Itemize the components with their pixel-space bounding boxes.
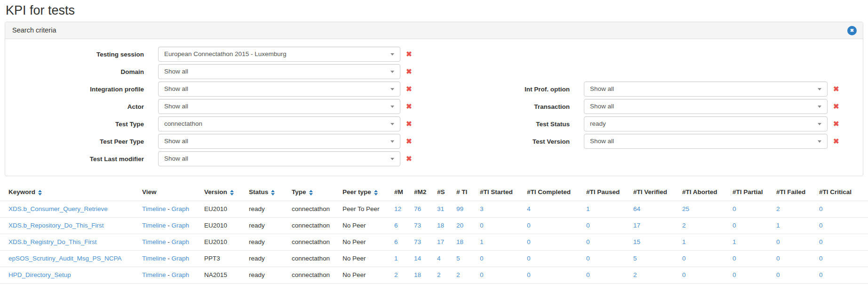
count-link[interactable]: 0 bbox=[733, 255, 736, 262]
domain-dropdown[interactable]: Show all bbox=[158, 64, 400, 79]
sort-icon[interactable] bbox=[309, 190, 313, 195]
count-link[interactable]: 2 bbox=[633, 271, 637, 278]
count-link[interactable]: 6 bbox=[394, 222, 398, 229]
test-last-modifier-dropdown[interactable]: Show all bbox=[158, 151, 400, 166]
count-link[interactable]: 0 bbox=[733, 271, 736, 278]
count-link[interactable]: 18 bbox=[437, 222, 444, 229]
column-header-type[interactable]: Type bbox=[292, 184, 342, 201]
count-link[interactable]: 0 bbox=[819, 255, 823, 262]
count-link[interactable]: 0 bbox=[776, 238, 780, 245]
test-keyword-link[interactable]: epSOS_Scrutiny_Audit_Msg_PS_NCPA bbox=[8, 255, 122, 262]
count-link[interactable]: 0 bbox=[586, 255, 590, 262]
test-keyword-link[interactable]: XDS.b_Registry_Do_This_First bbox=[8, 238, 97, 245]
test-keyword-link[interactable]: HPD_Directory_Setup bbox=[8, 271, 71, 278]
count-link[interactable]: 2 bbox=[682, 222, 686, 229]
test-keyword-link[interactable]: XDS.b_Consumer_Query_Retrieve bbox=[8, 205, 108, 212]
timeline-link[interactable]: Timeline bbox=[142, 238, 166, 245]
count-link[interactable]: 12 bbox=[394, 205, 401, 212]
count-link[interactable]: 4 bbox=[527, 205, 531, 212]
graph-link[interactable]: Graph bbox=[172, 255, 190, 262]
integration-profile-dropdown[interactable]: Show all bbox=[158, 81, 400, 97]
count-link[interactable]: 73 bbox=[414, 222, 421, 229]
clear-filter-icon[interactable]: ✖ bbox=[406, 81, 412, 97]
clear-filter-icon[interactable]: ✖ bbox=[406, 47, 412, 62]
collapse-panel-icon[interactable]: ✖ bbox=[847, 26, 857, 35]
count-link[interactable]: 0 bbox=[527, 271, 531, 278]
count-link[interactable]: 1 bbox=[733, 238, 736, 245]
count-link[interactable]: 0 bbox=[682, 271, 686, 278]
actor-dropdown[interactable]: Show all bbox=[158, 99, 400, 114]
count-link[interactable]: 0 bbox=[586, 271, 590, 278]
count-link[interactable]: 0 bbox=[527, 255, 531, 262]
test-status-dropdown[interactable]: ready bbox=[584, 116, 828, 131]
timeline-link[interactable]: Timeline bbox=[142, 271, 166, 278]
count-link[interactable]: 2 bbox=[394, 271, 398, 278]
count-link[interactable]: 99 bbox=[456, 205, 463, 212]
count-link[interactable]: 14 bbox=[414, 255, 421, 262]
test-version-dropdown[interactable]: Show all bbox=[584, 134, 828, 149]
clear-filter-icon[interactable]: ✖ bbox=[833, 116, 839, 131]
transaction-dropdown[interactable]: Show all bbox=[584, 99, 828, 114]
count-link[interactable]: 4 bbox=[437, 255, 441, 262]
count-link[interactable]: 0 bbox=[819, 271, 823, 278]
count-link[interactable]: 2 bbox=[456, 271, 460, 278]
graph-link[interactable]: Graph bbox=[172, 271, 190, 278]
clear-filter-icon[interactable]: ✖ bbox=[406, 151, 412, 166]
column-header-keyword[interactable]: Keyword bbox=[0, 184, 142, 201]
count-link[interactable]: 0 bbox=[586, 238, 590, 245]
sort-icon[interactable] bbox=[374, 190, 378, 195]
count-link[interactable]: 76 bbox=[414, 205, 421, 212]
clear-filter-icon[interactable]: ✖ bbox=[833, 134, 839, 149]
count-link[interactable]: 0 bbox=[586, 222, 590, 229]
count-link[interactable]: 5 bbox=[633, 255, 637, 262]
count-link[interactable]: 1 bbox=[682, 238, 686, 245]
timeline-link[interactable]: Timeline bbox=[142, 205, 166, 212]
clear-filter-icon[interactable]: ✖ bbox=[406, 134, 412, 149]
count-link[interactable]: 0 bbox=[682, 255, 686, 262]
count-link[interactable]: 0 bbox=[733, 222, 736, 229]
count-link[interactable]: 3 bbox=[480, 205, 484, 212]
count-link[interactable]: 64 bbox=[633, 205, 640, 212]
timeline-link[interactable]: Timeline bbox=[142, 255, 166, 262]
count-link[interactable]: 15 bbox=[633, 238, 640, 245]
count-link[interactable]: 18 bbox=[456, 238, 463, 245]
graph-link[interactable]: Graph bbox=[172, 238, 190, 245]
count-link[interactable]: 1 bbox=[776, 222, 780, 229]
count-link[interactable]: 20 bbox=[456, 222, 463, 229]
column-header-peer-type[interactable]: Peer type bbox=[342, 184, 394, 201]
count-link[interactable]: 17 bbox=[437, 238, 444, 245]
count-link[interactable]: 0 bbox=[527, 222, 531, 229]
count-link[interactable]: 17 bbox=[633, 222, 640, 229]
sort-icon[interactable] bbox=[230, 190, 234, 195]
count-link[interactable]: 73 bbox=[414, 238, 421, 245]
count-link[interactable]: 6 bbox=[394, 238, 398, 245]
testing-session-dropdown[interactable]: European Connectathon 2015 - Luxemburg bbox=[158, 47, 400, 62]
count-link[interactable]: 0 bbox=[776, 271, 780, 278]
count-link[interactable]: 5 bbox=[456, 255, 460, 262]
count-link[interactable]: 25 bbox=[682, 205, 689, 212]
count-link[interactable]: 1 bbox=[586, 205, 590, 212]
count-link[interactable]: 0 bbox=[733, 205, 736, 212]
count-link[interactable]: 2 bbox=[437, 271, 441, 278]
count-link[interactable]: 0 bbox=[776, 255, 780, 262]
count-link[interactable]: 31 bbox=[437, 205, 444, 212]
test-keyword-link[interactable]: XDS.b_Repository_Do_This_First bbox=[8, 222, 104, 229]
sort-icon[interactable] bbox=[38, 190, 42, 195]
count-link[interactable]: 18 bbox=[414, 271, 421, 278]
column-header-version[interactable]: Version bbox=[204, 184, 249, 201]
count-link[interactable]: 0 bbox=[527, 238, 531, 245]
count-link[interactable]: 0 bbox=[819, 238, 823, 245]
clear-filter-icon[interactable]: ✖ bbox=[833, 99, 839, 114]
count-link[interactable]: 0 bbox=[819, 205, 823, 212]
sort-icon[interactable] bbox=[271, 190, 275, 195]
test-type-dropdown[interactable]: connectathon bbox=[158, 116, 400, 131]
count-link[interactable]: 0 bbox=[480, 271, 484, 278]
count-link[interactable]: 2 bbox=[776, 205, 780, 212]
clear-filter-icon[interactable]: ✖ bbox=[833, 81, 839, 97]
graph-link[interactable]: Graph bbox=[172, 222, 190, 229]
column-header-status[interactable]: Status bbox=[249, 184, 292, 201]
count-link[interactable]: 1 bbox=[480, 238, 484, 245]
graph-link[interactable]: Graph bbox=[172, 205, 190, 212]
test-peer-type-dropdown[interactable]: Show all bbox=[158, 134, 400, 149]
int-prof-option-dropdown[interactable]: Show all bbox=[584, 81, 828, 97]
